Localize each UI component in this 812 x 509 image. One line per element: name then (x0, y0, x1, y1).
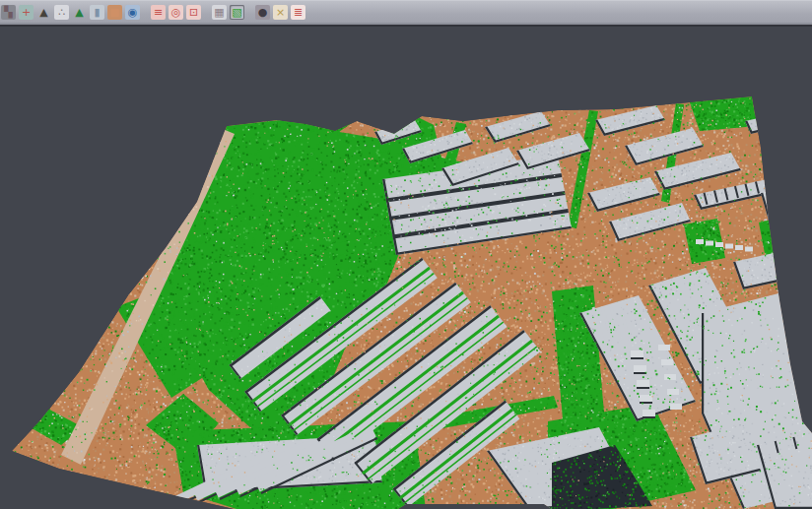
checker-texture-icon[interactable]: ▦ (212, 5, 227, 20)
dark-model-icon[interactable]: ● (255, 5, 270, 20)
terrain-green-icon[interactable]: ▲ (72, 5, 87, 20)
application-window: ▚+▲∴▲▮■◉≡◎⊡▦▧●×≣ (0, 0, 812, 509)
align-pair-icon[interactable]: + (19, 5, 34, 20)
sparse-points-icon[interactable]: ∴ (54, 5, 69, 20)
point-cloud-canvas[interactable] (0, 27, 812, 509)
ground-tile-icon[interactable]: ■ (107, 5, 122, 20)
red-target-icon[interactable]: ◎ (169, 5, 183, 20)
viewport-3d[interactable] (0, 27, 812, 509)
globe-refresh-icon[interactable]: ◉ (125, 5, 140, 20)
terrain-dark-icon[interactable]: ▲ (36, 5, 51, 20)
red-list-icon[interactable]: ≡ (151, 5, 166, 20)
main-toolbar: ▚+▲∴▲▮■◉≡◎⊡▦▧●×≣ (0, 0, 812, 23)
profile-column-icon[interactable]: ▮ (90, 5, 104, 20)
classified-map-icon[interactable]: ▧ (230, 5, 244, 20)
red-sheet-icon[interactable]: ≣ (291, 5, 305, 20)
export-sheet-icon[interactable]: × (273, 5, 288, 20)
select-points-icon[interactable]: ▚ (1, 5, 16, 20)
red-selection-icon[interactable]: ⊡ (186, 5, 201, 20)
